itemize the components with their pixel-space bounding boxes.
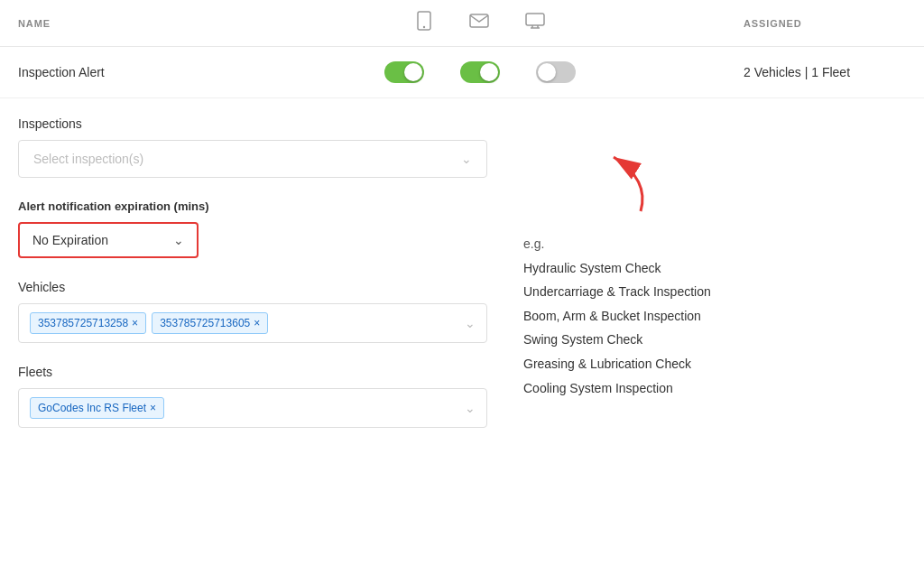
vehicle-tag-2-value: 353785725713605	[160, 317, 250, 329]
email-icon	[469, 14, 489, 32]
vehicles-chevron-icon: ⌄	[465, 316, 476, 330]
right-panel: e.g. Hydraulic System Check Undercarriag…	[487, 116, 906, 450]
fleets-label: Fleets	[18, 365, 487, 379]
alert-row-name: Inspection Alert	[18, 65, 217, 79]
vehicles-tags-inner: 353785725713258 × 353785725713605 ×	[30, 312, 459, 334]
inspections-placeholder: Select inspection(s)	[33, 152, 143, 166]
fleet-tag-1-value: GoCodes Inc RS Fleet	[38, 402, 146, 414]
vehicles-tags-box[interactable]: 353785725713258 × 353785725713605 × ⌄	[18, 303, 487, 343]
vehicle-tag-2-close[interactable]: ×	[254, 317, 260, 329]
fleets-tags-box[interactable]: GoCodes Inc RS Fleet × ⌄	[18, 388, 487, 428]
example-item-2: Undercarriage & Track Inspection	[523, 280, 906, 304]
arrow-area	[523, 171, 906, 225]
toggle-email-wrap	[460, 61, 500, 83]
header-row: NAME	[0, 0, 924, 47]
toggle-desktop-wrap	[536, 61, 576, 83]
vehicle-tag-1-close[interactable]: ×	[132, 317, 138, 329]
fleet-tag-1-close[interactable]: ×	[150, 402, 156, 414]
header-icons-group	[217, 11, 744, 35]
fleets-chevron-icon: ⌄	[465, 401, 476, 415]
desktop-icon	[525, 13, 545, 33]
expiration-section: Alert notification expiration (mins) No …	[18, 199, 487, 258]
toggles-area	[217, 61, 744, 83]
header-name-label: NAME	[18, 18, 217, 29]
toggle-desktop[interactable]	[536, 61, 576, 83]
assigned-value: 2 Vehicles | 1 Fleet	[744, 65, 906, 79]
toggle-email[interactable]	[460, 61, 500, 83]
red-arrow-svg	[568, 153, 677, 216]
alert-row: Inspection Alert 2 Vehicles | 1 Flee	[0, 47, 924, 98]
main-container: NAME	[0, 0, 924, 584]
toggle-mobile-wrap	[384, 61, 424, 83]
toggle-email-knob	[480, 63, 498, 81]
toggle-mobile-knob	[404, 63, 422, 81]
example-list: e.g. Hydraulic System Check Undercarriag…	[523, 232, 906, 400]
inspections-section: Inspections Select inspection(s) ⌄	[18, 116, 487, 178]
expiration-value: No Expiration	[32, 233, 108, 247]
left-panel: Inspections Select inspection(s) ⌄ Alert…	[18, 116, 487, 450]
vehicle-tag-1: 353785725713258 ×	[30, 312, 146, 334]
example-item-6: Cooling System Inspection	[523, 376, 906, 401]
example-eg-label: e.g.	[523, 232, 906, 256]
example-item-4: Swing System Check	[523, 328, 906, 352]
fleet-tag-1: GoCodes Inc RS Fleet ×	[30, 397, 164, 419]
example-item-1: Hydraulic System Check	[523, 256, 906, 281]
inspections-chevron-icon: ⌄	[461, 152, 472, 166]
svg-point-1	[423, 26, 425, 28]
toggle-mobile[interactable]	[384, 61, 424, 83]
inspections-label: Inspections	[18, 116, 487, 131]
mobile-icon	[415, 11, 433, 35]
example-item-5: Greasing & Lubrication Check	[523, 352, 906, 376]
toggle-desktop-knob	[538, 63, 556, 81]
inspections-select[interactable]: Select inspection(s) ⌄	[18, 140, 487, 178]
header-assigned-label: ASSIGNED	[744, 18, 906, 29]
vehicles-label: Vehicles	[18, 280, 487, 294]
fleets-tags-inner: GoCodes Inc RS Fleet ×	[30, 397, 459, 419]
vehicles-section: Vehicles 353785725713258 × 3537857257136…	[18, 280, 487, 343]
expiration-select[interactable]: No Expiration ⌄	[18, 222, 199, 258]
expiration-chevron-icon: ⌄	[173, 233, 184, 247]
vehicle-tag-1-value: 353785725713258	[38, 317, 128, 329]
svg-rect-3	[526, 14, 544, 25]
main-content: Inspections Select inspection(s) ⌄ Alert…	[0, 98, 924, 468]
fleets-section: Fleets GoCodes Inc RS Fleet × ⌄	[18, 365, 487, 428]
example-item-3: Boom, Arm & Bucket Inspection	[523, 304, 906, 329]
expiration-label: Alert notification expiration (mins)	[18, 199, 487, 213]
vehicle-tag-2: 353785725713605 ×	[152, 312, 268, 334]
svg-rect-2	[470, 14, 488, 27]
